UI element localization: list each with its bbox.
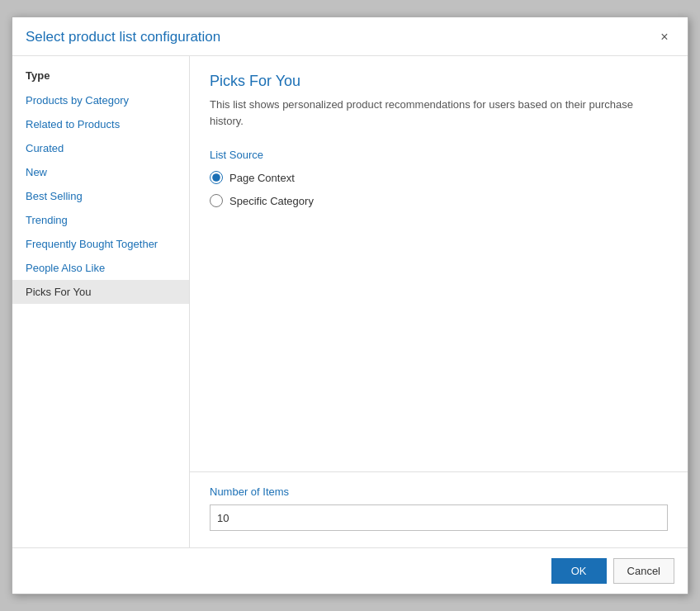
radio-specific-category-input[interactable]: [210, 194, 223, 207]
content-description: This list shows personalized product rec…: [210, 97, 668, 129]
sidebar-item-trending[interactable]: Trending: [12, 208, 189, 232]
dialog-titlebar: Select product list configuration ×: [12, 17, 688, 56]
sidebar-item-people-also-like[interactable]: People Also Like: [12, 256, 189, 280]
dialog: Select product list configuration × Type…: [12, 17, 688, 594]
sidebar-item-related-to-products[interactable]: Related to Products: [12, 112, 189, 136]
sidebar-header: Type: [12, 63, 189, 88]
radio-page-context[interactable]: Page Context: [210, 171, 668, 184]
radio-page-context-input[interactable]: [210, 171, 223, 184]
number-of-items-input[interactable]: [210, 504, 668, 531]
sidebar-item-best-selling[interactable]: Best Selling: [12, 184, 189, 208]
sidebar-item-picks-for-you[interactable]: Picks For You: [12, 280, 189, 304]
dialog-body: Type Products by Category Related to Pro…: [12, 56, 688, 547]
content-title: Picks For You: [210, 73, 668, 90]
cancel-button[interactable]: Cancel: [613, 558, 674, 584]
sidebar-item-new[interactable]: New: [12, 160, 189, 184]
radio-page-context-label: Page Context: [229, 172, 295, 184]
dialog-title: Select product list configuration: [26, 29, 220, 45]
ok-button[interactable]: OK: [551, 558, 607, 584]
sidebar-item-products-by-category[interactable]: Products by Category: [12, 88, 189, 112]
sidebar-item-curated[interactable]: Curated: [12, 136, 189, 160]
main-content: Picks For You This list shows personaliz…: [190, 56, 688, 547]
content-area: Picks For You This list shows personaliz…: [190, 56, 688, 471]
radio-group: Page Context Specific Category: [210, 171, 668, 207]
sidebar-item-frequently-bought-together[interactable]: Frequently Bought Together: [12, 232, 189, 256]
close-button[interactable]: ×: [655, 27, 674, 47]
radio-specific-category-label: Specific Category: [229, 195, 314, 207]
list-source-label: List Source: [210, 149, 668, 161]
sidebar: Type Products by Category Related to Pro…: [12, 56, 190, 547]
radio-specific-category[interactable]: Specific Category: [210, 194, 668, 207]
dialog-footer: OK Cancel: [12, 547, 688, 594]
bottom-section: Number of Items: [190, 471, 688, 547]
number-of-items-label: Number of Items: [210, 485, 668, 498]
